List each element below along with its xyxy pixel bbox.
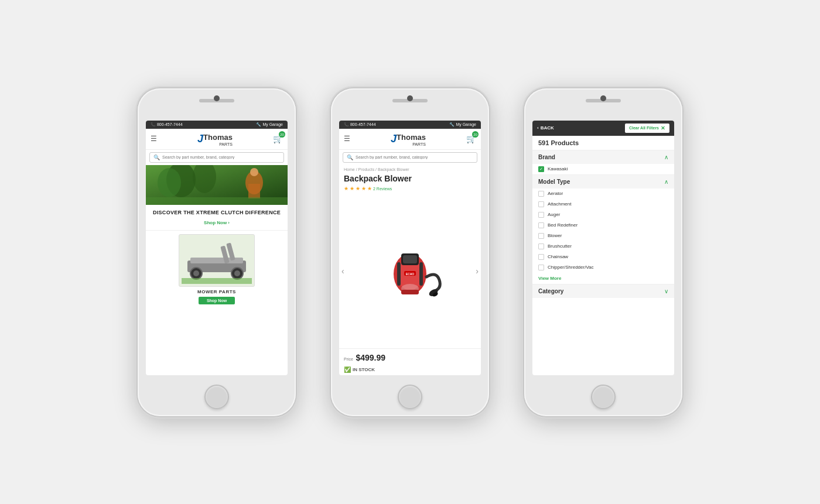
review-count[interactable]: 2 Reviews	[373, 187, 392, 191]
phone2-search-bar[interactable]: 🔍	[343, 152, 477, 163]
phone2-cart-icon-area[interactable]: 🛒 20	[466, 133, 476, 144]
brand-kawasaki-item[interactable]: ✓ Kawasaki	[532, 164, 674, 174]
bed-redefiner-checkbox[interactable]	[538, 222, 544, 228]
phone-camera-3	[600, 95, 606, 101]
aerator-label: Aerator	[548, 191, 563, 196]
svg-point-3	[250, 168, 258, 176]
promo-title: DISCOVER THE XTREME CLUTCH DIFFERENCE	[152, 210, 282, 217]
category-filter-label: Category	[538, 288, 563, 294]
attachment-label: Attachment	[548, 201, 571, 207]
category-filter-section[interactable]: Category ∨	[532, 284, 674, 298]
model-type-chevron-up-icon: ∧	[664, 179, 668, 185]
breadcrumb-products[interactable]: Products	[358, 167, 375, 172]
breadcrumb-current: Backpack Blower	[378, 167, 409, 172]
svg-rect-29	[401, 290, 419, 294]
phone2-my-garage[interactable]: 🔧 My Garage	[449, 122, 476, 127]
model-type-filter-header[interactable]: Model Type ∧	[532, 175, 674, 188]
close-icon: ✕	[661, 125, 665, 131]
in-stock-icon: ✅	[344, 366, 351, 373]
kawasaki-checkbox[interactable]: ✓	[538, 166, 544, 172]
svg-text:ECHO: ECHO	[406, 272, 415, 276]
brushcutter-label: Brushcutter	[548, 244, 572, 249]
cart-icon-area[interactable]: 🛒 20	[273, 133, 283, 144]
phone1-topbar: 📞 800-457-7444 🔧 My Garage	[146, 121, 288, 129]
back-arrow-icon: ‹	[537, 125, 539, 131]
aerator-checkbox[interactable]	[538, 191, 544, 197]
chainsaw-label: Chainsaw	[548, 254, 568, 259]
phone-icon: 📞	[151, 122, 156, 126]
phone-1-home-button[interactable]	[204, 385, 229, 409]
star-3: ★	[356, 186, 360, 191]
model-type-bed-redefiner[interactable]: Bed Redefiner	[532, 220, 674, 231]
star-1: ★	[344, 186, 348, 191]
model-type-filter-label: Model Type	[538, 179, 570, 185]
phone1-phone-number: 📞 800-457-7444	[151, 122, 183, 127]
phone1-header: ☰ J Thomas PARTS 🛒 20	[146, 129, 288, 150]
chipper-shredder-label: Chipper/Shredder/Vac	[548, 265, 594, 270]
product-price-area: Price $499.99	[339, 348, 481, 365]
carousel-next-button[interactable]: ›	[476, 266, 479, 276]
svg-rect-8	[146, 197, 288, 205]
brand-filter-label: Brand	[538, 154, 555, 160]
phone-camera-1	[214, 95, 220, 101]
chainsaw-checkbox[interactable]	[538, 254, 544, 260]
model-type-aerator[interactable]: Aerator	[532, 188, 674, 199]
hamburger-icon[interactable]: ☰	[151, 135, 157, 143]
svg-rect-14	[190, 258, 243, 263]
breadcrumb-home[interactable]: Home	[344, 167, 355, 172]
mower-shop-now-button[interactable]: Shop Now	[199, 297, 235, 304]
auger-label: Auger	[548, 212, 560, 217]
svg-point-11	[193, 270, 199, 276]
svg-rect-4	[248, 184, 260, 198]
phone2-logo: J Thomas PARTS	[391, 132, 426, 146]
svg-rect-17	[182, 278, 252, 284]
model-type-attachment[interactable]: Attachment	[532, 199, 674, 210]
phone2-topbar: 📞 800-457-7444 🔧 My Garage	[339, 121, 481, 129]
svg-rect-23	[419, 262, 423, 286]
in-stock-text: IN STOCK	[353, 367, 375, 372]
auger-checkbox[interactable]	[538, 212, 544, 218]
carousel-prev-button[interactable]: ‹	[341, 266, 344, 276]
star-2: ★	[350, 186, 354, 191]
model-type-blower[interactable]: Blower	[532, 231, 674, 241]
view-more-button[interactable]: View More	[532, 273, 674, 284]
phone-3-home-button[interactable]	[591, 385, 616, 409]
price-label: Price	[344, 357, 353, 361]
brushcutter-checkbox[interactable]	[538, 244, 544, 249]
search-input[interactable]	[162, 155, 280, 159]
phone-2-screen: 📞 800-457-7444 🔧 My Garage ☰ J Thomas PA…	[339, 121, 481, 375]
product-count: 591 Products	[532, 136, 674, 150]
phone1-my-garage[interactable]: 🔧 My Garage	[256, 122, 283, 127]
kawasaki-label: Kawasaki	[548, 166, 568, 172]
brand-filter-header[interactable]: Brand ∧	[532, 150, 674, 164]
model-type-chipper-shredder[interactable]: Chipper/Shredder/Vac	[532, 262, 674, 273]
star-5: ★	[367, 186, 372, 191]
mower-image	[179, 234, 255, 287]
model-type-brushcutter[interactable]: Brushcutter	[532, 241, 674, 252]
phone-2: 📞 800-457-7444 🔧 My Garage ☰ J Thomas PA…	[331, 88, 489, 416]
mower-section: MOWER PARTS Shop Now	[146, 231, 288, 308]
attachment-checkbox[interactable]	[538, 201, 544, 207]
blower-checkbox[interactable]	[538, 233, 544, 239]
model-type-auger[interactable]: Auger	[532, 210, 674, 220]
phone-3-screen: ‹ BACK Clear All Filters ✕ 591 Products …	[532, 121, 674, 375]
phone-3: ‹ BACK Clear All Filters ✕ 591 Products …	[524, 88, 682, 416]
chipper-shredder-checkbox[interactable]	[538, 265, 544, 270]
phones-container: 📞 800-457-7444 🔧 My Garage ☰ J Thomas PA…	[114, 65, 706, 440]
svg-point-6	[158, 168, 181, 197]
phone-camera-2	[407, 95, 413, 101]
phone2-search-input[interactable]	[356, 155, 473, 159]
breadcrumb: Home / Products / Backpack Blower	[339, 165, 481, 174]
phone2-hamburger-icon[interactable]: ☰	[344, 135, 350, 143]
phone2-header: ☰ J Thomas PARTS 🛒 20	[339, 129, 481, 150]
phone-2-home-button[interactable]	[398, 385, 422, 409]
svg-point-13	[234, 270, 240, 276]
bed-redefiner-label: Bed Redefiner	[548, 222, 578, 228]
model-type-filter-section: Model Type ∧ Aerator Attachment Auger	[532, 175, 674, 284]
shop-now-button[interactable]: Shop Now	[204, 220, 230, 225]
clear-all-filters-button[interactable]: Clear All Filters ✕	[625, 124, 669, 133]
phone1-search-bar[interactable]: 🔍	[149, 152, 284, 163]
back-button[interactable]: ‹ BACK	[537, 125, 554, 131]
model-type-chainsaw[interactable]: Chainsaw	[532, 252, 674, 262]
phone2-search-icon: 🔍	[347, 155, 353, 160]
